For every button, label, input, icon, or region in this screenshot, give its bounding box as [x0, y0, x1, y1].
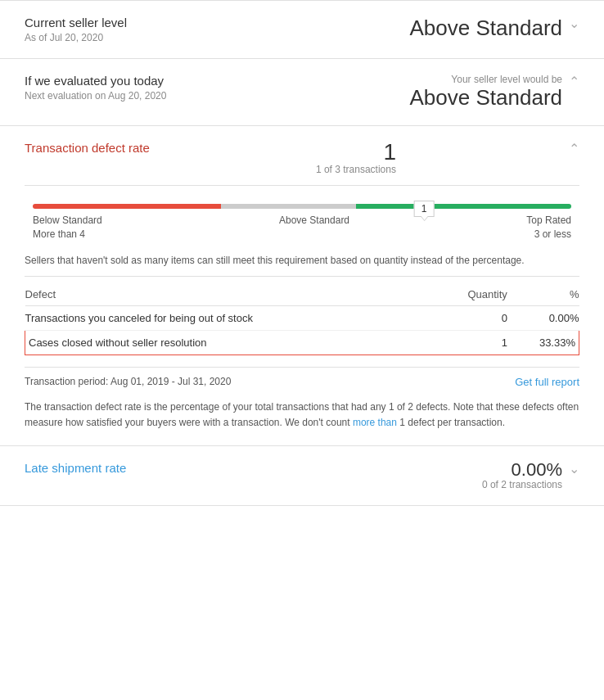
current-seller-right: Above Standard ⌄	[410, 16, 579, 41]
indicator-box: 1	[414, 201, 435, 217]
transaction-period: Transaction period: Aug 01, 2019 - Jul 3…	[25, 367, 579, 388]
tdr-count-sub: 1 of 3 transactions	[316, 164, 396, 175]
tdr-title: Transaction defect rate	[25, 141, 150, 155]
defect-row-2-name: Cases closed without seller resolution	[25, 330, 436, 355]
evaluated-today-section: If we evaluated you today Next evaluatio…	[0, 59, 604, 126]
tdr-chevron[interactable]: ⌃	[569, 141, 579, 156]
period-text: Transaction period: Aug 01, 2019 - Jul 3…	[25, 376, 231, 387]
tdr-header: Transaction defect rate 1 1 of 3 transac…	[25, 141, 579, 175]
current-seller-chevron[interactable]: ⌄	[569, 16, 579, 31]
lsr-chevron[interactable]: ⌄	[569, 461, 579, 476]
tdr-count: 1	[316, 141, 396, 164]
progress-container: 1 Below Standard More than 4 Above Stand…	[25, 204, 579, 242]
tdr-note: Sellers that haven't sold as many items …	[25, 253, 579, 268]
late-shipment-section: Late shipment rate 0.00% 0 of 2 transact…	[0, 446, 604, 506]
evaluated-today-level: Above Standard	[410, 85, 562, 111]
evaluated-today-label: If we evaluated you today	[25, 74, 166, 88]
lsr-right: 0.00% 0 of 2 transactions ⌄	[482, 461, 579, 490]
lsr-title: Late shipment rate	[25, 461, 126, 475]
bar-track	[33, 204, 571, 209]
defect-row-1-qty: 0	[436, 305, 507, 330]
defect-table-header-row: Defect Quantity %	[25, 283, 579, 306]
col-percent: %	[507, 283, 579, 306]
current-seller-left: Current seller level As of Jul 20, 2020	[25, 16, 127, 43]
tdr-count-block: 1 1 of 3 transactions	[316, 141, 396, 175]
lsr-sub: 0 of 2 transactions	[482, 479, 562, 490]
evaluated-today-chevron[interactable]: ⌃	[569, 74, 579, 89]
bar-labels: Below Standard More than 4 Above Standar…	[33, 214, 571, 242]
evaluated-today-right-label: Your seller level would be	[410, 74, 562, 85]
evaluated-today-value-block: Your seller level would be Above Standar…	[410, 74, 562, 111]
more-than-link[interactable]: more than	[353, 417, 397, 428]
defect-row-2-pct: 33.33%	[507, 330, 579, 355]
col-quantity: Quantity	[436, 283, 507, 306]
col-defect: Defect	[25, 283, 436, 306]
defect-row-2-qty: 1	[436, 330, 507, 355]
bar-green	[356, 204, 571, 209]
bar-label-above: Above Standard	[279, 214, 349, 242]
lsr-value-block: 0.00% 0 of 2 transactions	[482, 461, 562, 490]
bar-label-top: Top Rated 3 or less	[526, 214, 571, 242]
defect-table: Defect Quantity % Transactions you cance…	[25, 283, 579, 355]
evaluated-today-subtitle: Next evaluation on Aug 20, 2020	[25, 90, 166, 102]
lsr-left: Late shipment rate	[25, 461, 126, 475]
full-report-link[interactable]: Get full report	[515, 376, 579, 388]
tdr-description: The transaction defect rate is the perce…	[25, 400, 579, 431]
defect-row-1: Transactions you canceled for being out …	[25, 305, 579, 330]
current-seller-label: Current seller level	[25, 16, 127, 29]
bar-gray	[221, 204, 356, 209]
current-seller-level: Above Standard	[410, 16, 562, 41]
defect-row-2: Cases closed without seller resolution 1…	[25, 330, 579, 355]
current-seller-subtitle: As of Jul 20, 2020	[25, 32, 127, 43]
bar-label-below: Below Standard More than 4	[33, 214, 102, 242]
current-seller-section: Current seller level As of Jul 20, 2020 …	[0, 0, 604, 59]
lsr-value: 0.00%	[482, 461, 562, 479]
defect-row-1-name: Transactions you canceled for being out …	[25, 305, 436, 330]
evaluated-today-right: Your seller level would be Above Standar…	[410, 74, 579, 111]
evaluated-today-left: If we evaluated you today Next evaluatio…	[25, 74, 166, 102]
transaction-defect-section: Transaction defect rate 1 1 of 3 transac…	[0, 126, 604, 446]
defect-row-1-pct: 0.00%	[507, 305, 579, 330]
bar-red	[33, 204, 221, 209]
